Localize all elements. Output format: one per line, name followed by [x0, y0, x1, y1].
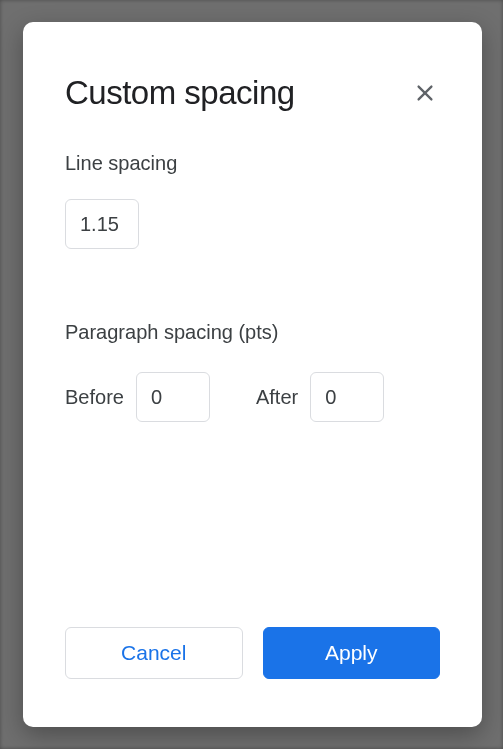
paragraph-spacing-label: Paragraph spacing (pts)	[65, 321, 440, 344]
cancel-button[interactable]: Cancel	[65, 627, 243, 679]
before-input[interactable]	[136, 372, 210, 422]
after-label: After	[256, 386, 298, 409]
dialog-body: Line spacing Paragraph spacing (pts) Bef…	[23, 112, 482, 627]
apply-button[interactable]: Apply	[263, 627, 441, 679]
close-icon	[414, 82, 436, 104]
paragraph-spacing-section: Paragraph spacing (pts) Before After	[65, 321, 440, 422]
custom-spacing-dialog: Custom spacing Line spacing Paragraph sp…	[23, 22, 482, 727]
line-spacing-row	[65, 199, 440, 249]
close-button[interactable]	[410, 78, 440, 108]
dialog-header: Custom spacing	[23, 22, 482, 112]
line-spacing-label: Line spacing	[65, 152, 440, 175]
dialog-title: Custom spacing	[65, 74, 295, 112]
line-spacing-section: Line spacing	[65, 152, 440, 249]
line-spacing-input[interactable]	[65, 199, 139, 249]
paragraph-spacing-row: Before After	[65, 372, 440, 422]
after-input[interactable]	[310, 372, 384, 422]
before-label: Before	[65, 386, 124, 409]
dialog-footer: Cancel Apply	[23, 627, 482, 727]
